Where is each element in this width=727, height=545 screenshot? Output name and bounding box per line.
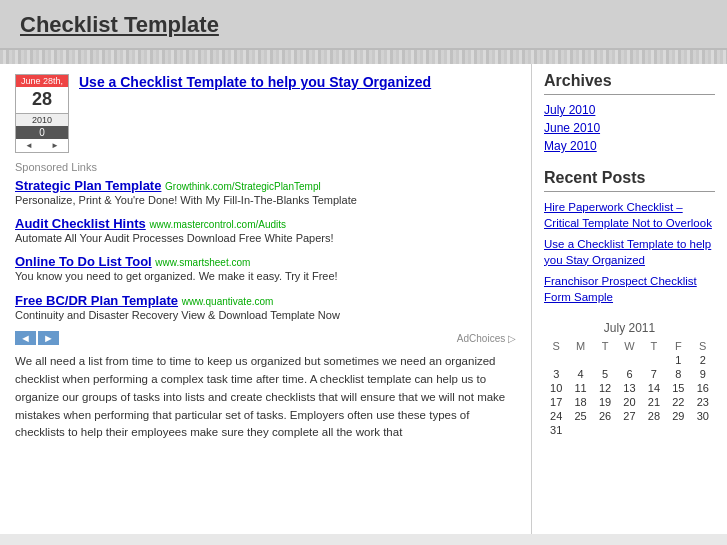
cal-cell-3-6[interactable]: 23 [691,395,715,409]
cal-cell-4-3[interactable]: 27 [617,409,641,423]
cal-cell-2-1[interactable]: 11 [568,381,592,395]
cal-cell-1-5[interactable]: 8 [666,367,690,381]
comment-count: 0 [16,126,68,139]
cal-cell-2-4[interactable]: 14 [642,381,666,395]
cal-cell-2-0[interactable]: 10 [544,381,568,395]
cal-cell-2-2[interactable]: 12 [593,381,617,395]
cal-cell-5-3 [617,423,641,437]
ad-choices-label[interactable]: AdChoices ▷ [457,333,516,344]
cal-cell-1-3[interactable]: 6 [617,367,641,381]
ad-nav: ◄ ► [15,331,59,345]
calendar-row-5: 31 [544,423,715,437]
archive-link-may2010[interactable]: May 2010 [544,139,715,153]
cal-header-w: W [617,339,641,353]
ad-desc-4: Continuity and Disaster Recovery View & … [15,308,516,323]
ad-prev-button[interactable]: ◄ [15,331,36,345]
site-header: Checklist Template [0,0,727,50]
recent-post-3[interactable]: Franchisor Prospect Checklist Form Sampl… [544,274,715,305]
calendar-table: S M T W T F S 12345678910111213141516171… [544,339,715,437]
ad-title-1[interactable]: Strategic Plan Template [15,178,161,193]
date-number: 28 [16,87,68,113]
calendar-row-0: 12 [544,353,715,367]
date-year: 2010 [16,113,68,126]
ad-desc-1: Personalize, Print & You're Done! With M… [15,193,516,208]
archive-link-june2010[interactable]: June 2010 [544,121,715,135]
cal-cell-1-4[interactable]: 7 [642,367,666,381]
calendar-row-3: 17181920212223 [544,395,715,409]
cal-cell-0-4 [642,353,666,367]
content-area: June 28th, 28 2010 0 ◄ ► Use a Checklist… [0,64,532,534]
ad-item-1: Strategic Plan Template Growthink.com/St… [15,178,516,208]
sidebar: Archives July 2010 June 2010 May 2010 Re… [532,64,727,534]
ad-title-3[interactable]: Online To Do List Tool [15,254,152,269]
cal-cell-2-3[interactable]: 13 [617,381,641,395]
cal-cell-3-5[interactable]: 22 [666,395,690,409]
cal-cell-3-3[interactable]: 20 [617,395,641,409]
cal-cell-5-0[interactable]: 31 [544,423,568,437]
cal-cell-5-2 [593,423,617,437]
cal-header-t2: T [642,339,666,353]
site-title: Checklist Template [20,12,707,38]
cal-cell-1-2[interactable]: 5 [593,367,617,381]
cal-cell-5-4 [642,423,666,437]
cal-cell-0-3 [617,353,641,367]
ad-url-2[interactable]: www.mastercontrol.com/Audits [149,219,286,230]
archives-title: Archives [544,72,715,95]
cal-cell-4-6[interactable]: 30 [691,409,715,423]
recent-posts-section: Recent Posts Hire Paperwork Checklist – … [544,169,715,305]
ad-item-3: Online To Do List Tool www.smartsheet.co… [15,254,516,284]
cal-cell-3-4[interactable]: 21 [642,395,666,409]
ad-url-4[interactable]: www.quantivate.com [182,296,274,307]
calendar-row-1: 3456789 [544,367,715,381]
article-text: We all need a list from time to time to … [15,353,516,442]
ad-title-2[interactable]: Audit Checklist Hints [15,216,146,231]
cal-cell-0-6[interactable]: 2 [691,353,715,367]
ad-block: Sponsored Links Strategic Plan Template … [15,161,516,346]
ad-footer: ◄ ► AdChoices ▷ [15,331,516,345]
recent-posts-title: Recent Posts [544,169,715,192]
cal-cell-3-2[interactable]: 19 [593,395,617,409]
recent-post-1[interactable]: Hire Paperwork Checklist – Critical Temp… [544,200,715,231]
cal-cell-2-6[interactable]: 16 [691,381,715,395]
calendar-section: July 2011 S M T W T F S 1234567891011121… [544,321,715,437]
sponsored-label: Sponsored Links [15,161,516,173]
next-arrow-icon[interactable]: ► [51,141,59,150]
cal-cell-2-5[interactable]: 15 [666,381,690,395]
cal-cell-1-0[interactable]: 3 [544,367,568,381]
ad-desc-2: Automate All Your Audit Processes Downlo… [15,231,516,246]
cal-cell-0-2 [593,353,617,367]
cal-cell-5-1 [568,423,592,437]
date-top: June 28th, [16,75,68,87]
cal-cell-4-2[interactable]: 26 [593,409,617,423]
post-header: June 28th, 28 2010 0 ◄ ► Use a Checklist… [15,74,516,153]
cal-cell-3-1[interactable]: 18 [568,395,592,409]
ad-url-1[interactable]: Growthink.com/StrategicPlanTempl [165,181,321,192]
cal-cell-4-0[interactable]: 24 [544,409,568,423]
cal-cell-4-1[interactable]: 25 [568,409,592,423]
date-badge: June 28th, 28 2010 0 ◄ ► [15,74,69,153]
cal-header-s2: S [691,339,715,353]
archive-link-july2010[interactable]: July 2010 [544,103,715,117]
post-title-link[interactable]: Use a Checklist Template to help you Sta… [79,74,516,90]
cal-cell-5-6 [691,423,715,437]
cal-cell-0-1 [568,353,592,367]
cal-cell-3-0[interactable]: 17 [544,395,568,409]
cal-cell-1-6[interactable]: 9 [691,367,715,381]
cal-cell-4-5[interactable]: 29 [666,409,690,423]
cal-cell-0-5[interactable]: 1 [666,353,690,367]
ad-url-3[interactable]: www.smartsheet.com [155,257,250,268]
cal-cell-4-4[interactable]: 28 [642,409,666,423]
ad-next-button[interactable]: ► [38,331,59,345]
cal-header-s: S [544,339,568,353]
ad-title-4[interactable]: Free BC/DR Plan Template [15,293,178,308]
prev-arrow-icon[interactable]: ◄ [25,141,33,150]
ad-item-4: Free BC/DR Plan Template www.quantivate.… [15,293,516,323]
recent-post-2[interactable]: Use a Checklist Template to help you Sta… [544,237,715,268]
post-nav-arrows: ◄ ► [16,139,68,152]
calendar-row-2: 10111213141516 [544,381,715,395]
decorative-border [0,50,727,64]
cal-header-f: F [666,339,690,353]
ad-item-2: Audit Checklist Hints www.mastercontrol.… [15,216,516,246]
cal-cell-0-0 [544,353,568,367]
cal-cell-1-1[interactable]: 4 [568,367,592,381]
